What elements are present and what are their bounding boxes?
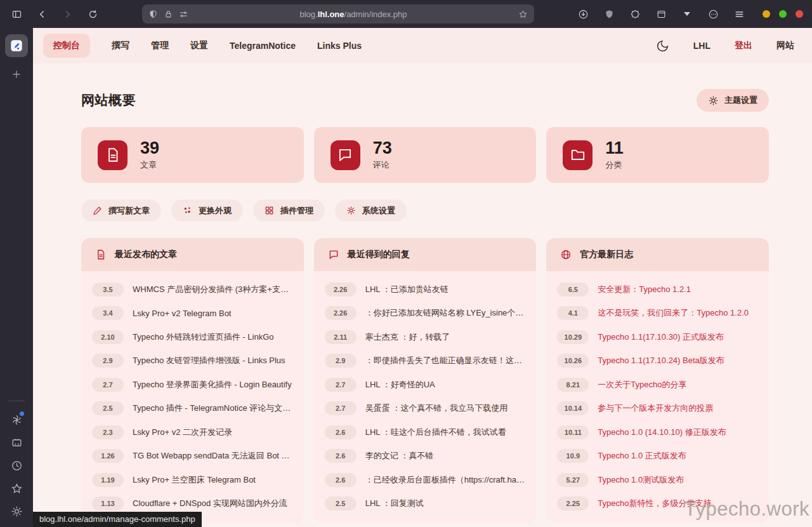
workspaces-button[interactable]	[10, 436, 23, 450]
bookmark-star-icon[interactable]	[518, 10, 528, 19]
news-list-item[interactable]: 10.11 Typecho 1.0 (14.10.10) 修正版发布	[554, 420, 761, 444]
tracking-protection-shield-icon[interactable]	[148, 10, 158, 19]
post-list-item[interactable]: 2.10 Typecho 外链跳转过渡页插件 - LinkGo	[89, 325, 296, 349]
comment-list-item[interactable]: 2.26 ：你好已添加友链网站名称 LYEy_isine个人博客 …	[322, 302, 529, 326]
news-link: Typecho 1.0测试版发布	[598, 474, 758, 486]
permissions-sliders-icon[interactable]	[179, 10, 188, 19]
url-domain: lhl.one	[318, 10, 344, 19]
comment-list-item[interactable]: 2.7 吴蛋蛋 ：这个真不错，我立马下载使用	[322, 397, 529, 421]
nav-item-settings[interactable]: 设置	[190, 40, 208, 51]
app-menu-button[interactable]	[729, 4, 749, 23]
dropdown-button[interactable]	[677, 4, 697, 23]
post-list-item[interactable]: 2.9 Typecho 友链管理插件增强版 - Links Plus	[89, 349, 296, 373]
comment-icon	[331, 140, 360, 170]
post-title: Typecho 外链跳转过渡页插件 - LinkGo	[133, 331, 293, 343]
comment-list-item[interactable]: 2.26 LHL ：已添加贵站友链	[322, 277, 529, 302]
container-tab-button[interactable]	[651, 4, 671, 23]
clock-icon	[11, 460, 23, 472]
sidebar-toggle-button[interactable]	[6, 4, 27, 23]
comment-text: LHL ：哇这个后台插件不错，我试试看	[365, 427, 526, 438]
typecho-favicon	[10, 39, 23, 53]
news-link: 参与下一个版本开发方向的投票	[598, 403, 758, 414]
post-list-item[interactable]: 2.5 Typecho 插件 - TelegramNotice 评论与文章推送	[89, 397, 296, 421]
change-appearance-button[interactable]: 更换外观	[171, 199, 243, 222]
comment-text: 寒士杰克 ：好，转载了	[365, 331, 526, 343]
comment-list-item[interactable]: 2.6 LHL ：哇这个后台插件不错，我试试看	[322, 420, 529, 444]
post-list-item[interactable]: 2.3 Lsky Pro+ v2 二次开发记录	[89, 420, 296, 444]
settings-button[interactable]	[10, 504, 23, 518]
nav-item-site[interactable]: 网站	[776, 40, 794, 51]
news-link: Typecho 1.0 (14.10.10) 修正版发布	[598, 427, 758, 438]
theme-settings-label: 主题设置	[724, 95, 757, 106]
post-title: Typecho 友链管理插件增强版 - Links Plus	[133, 355, 293, 366]
nav-item-telegramnotice[interactable]: TelegramNotice	[230, 41, 296, 51]
post-list-item[interactable]: 3.5 WHMCS 产品密钥分发插件 (3种方案+支持自定义…	[89, 277, 296, 302]
adblock-extension-button[interactable]	[599, 4, 619, 23]
stats-row: 39 文章 73 评论	[81, 127, 769, 183]
news-list-item[interactable]: 10.29 Typecho 1.1(17.10.30) 正式版发布	[554, 325, 761, 349]
comment-list-item[interactable]: 2.7 LHL ：好奇怪的UA	[322, 373, 529, 397]
appearance-dots-icon	[183, 206, 192, 215]
panel-header: 官方最新日志	[546, 238, 769, 271]
lock-icon[interactable]	[164, 10, 173, 19]
plugins-grid-icon	[265, 206, 274, 215]
news-list-item[interactable]: 5.27 Typecho 1.0测试版发布	[554, 468, 761, 492]
post-list-item[interactable]: 1.19 Lsky Pro+ 兰空图床 Telegram Bot	[89, 468, 296, 492]
stat-text: 73 评论	[373, 139, 392, 171]
active-tab[interactable]	[5, 34, 28, 57]
url-text[interactable]: blog.lhl.one/admin/index.php	[194, 10, 513, 19]
nav-item-user[interactable]: LHL	[693, 41, 710, 51]
url-bar[interactable]: blog.lhl.one/admin/index.php	[142, 4, 534, 23]
post-list-item[interactable]: 3.4 Lsky Pro+ v2 Telegram Bot	[89, 302, 296, 326]
page-actions-button[interactable]	[703, 4, 723, 23]
post-list-item[interactable]: 2.7 Typecho 登录界面美化插件 - Login Beautify	[89, 373, 296, 397]
reload-button[interactable]	[82, 4, 103, 23]
extensions-button[interactable]	[625, 4, 645, 23]
window-minimize-button[interactable]	[763, 10, 770, 18]
chatgpt-extension-button[interactable]	[10, 413, 23, 427]
date-badge: 8.21	[557, 378, 589, 392]
write-new-post-button[interactable]: 撰写新文章	[81, 199, 161, 222]
comment-list-item[interactable]: 2.6 李的文记 ：真不错	[322, 444, 529, 469]
container-icon	[656, 9, 667, 20]
dark-mode-toggle[interactable]	[656, 39, 669, 53]
comment-list-item[interactable]: 2.9 ：即使插件丢失了也能正确显示友链！这个很不错！	[322, 349, 529, 373]
stat-card-categories[interactable]: 11 分类	[546, 127, 769, 183]
post-title: Lsky Pro+ v2 二次开发记录	[133, 427, 293, 438]
admin-navbar: 控制台 撰写 管理 设置 TelegramNotice Links Plus L…	[33, 28, 812, 63]
nav-item-links-plus[interactable]: Links Plus	[317, 41, 362, 51]
news-list-item[interactable]: 6.5 安全更新：Typecho 1.2.1	[554, 277, 761, 302]
stat-card-posts[interactable]: 39 文章	[81, 127, 304, 183]
forward-button[interactable]	[57, 4, 77, 23]
post-list-item[interactable]: 1.26 TG Bot Webapp sendData 无法返回 Bot 问题	[89, 444, 296, 469]
back-button[interactable]	[32, 4, 52, 23]
comment-list-item[interactable]: 2.11 寒士杰克 ：好，转载了	[322, 325, 529, 349]
window-close-button[interactable]	[796, 10, 803, 18]
news-list-item[interactable]: 8.21 一次关于Typecho的分享	[554, 373, 761, 397]
news-list-item[interactable]: 10.14 参与下一个版本开发方向的投票	[554, 397, 761, 421]
nav-item-write[interactable]: 撰写	[112, 40, 129, 51]
downloads-button[interactable]	[573, 4, 593, 23]
date-badge: 6.5	[557, 283, 589, 297]
plugin-management-button[interactable]: 插件管理	[253, 199, 325, 222]
nav-item-logout[interactable]: 登出	[735, 40, 752, 51]
news-link: 一次关于Typecho的分享	[598, 379, 758, 390]
bookmarks-button[interactable]	[10, 481, 23, 495]
news-link: Typecho 1.1(17.10.30) 正式版发布	[598, 331, 758, 343]
stat-card-comments[interactable]: 73 评论	[314, 127, 537, 183]
window-maximize-button[interactable]	[779, 10, 787, 18]
comment-list-item[interactable]: 2.5 LHL ：回复测试	[322, 492, 529, 516]
date-badge: 2.25	[557, 497, 589, 510]
news-list-item[interactable]: 10.26 Typecho 1.1(17.10.24) Beta版发布	[554, 349, 761, 373]
comment-list-item[interactable]: 2.6 ：已经收录后台面板插件（https://craft.hansjac…	[322, 468, 529, 492]
history-button[interactable]	[10, 458, 23, 472]
news-list-item[interactable]: 4.1 这不是玩笑，我们回来了：Typecho 1.2.0	[554, 302, 761, 326]
post-title: TG Bot Webapp sendData 无法返回 Bot 问题	[133, 450, 293, 462]
new-tab-button[interactable]	[7, 65, 26, 84]
system-settings-button[interactable]: 系统设置	[335, 199, 407, 222]
theme-settings-button[interactable]: 主题设置	[697, 89, 769, 112]
date-badge: 4.1	[557, 306, 589, 320]
news-list-item[interactable]: 10.9 Typecho 1.0 正式版发布	[554, 444, 761, 469]
nav-item-console[interactable]: 控制台	[43, 34, 90, 58]
nav-item-manage[interactable]: 管理	[151, 40, 169, 51]
